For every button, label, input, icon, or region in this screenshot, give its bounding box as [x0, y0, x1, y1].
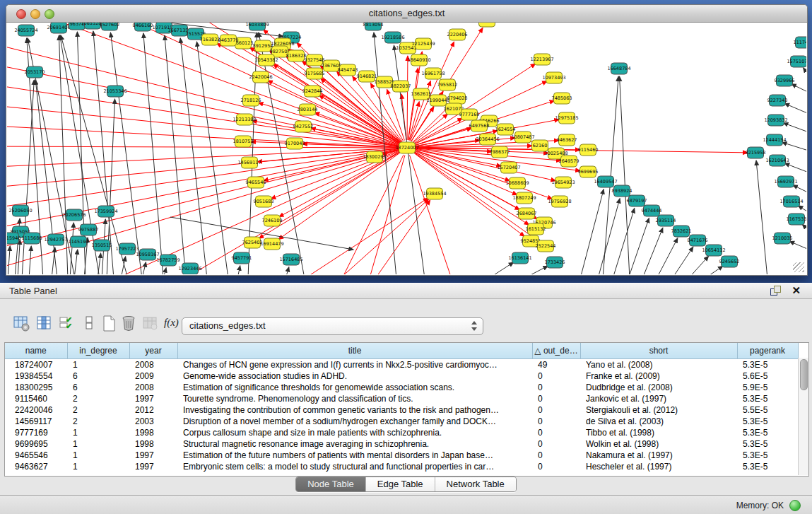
column-header-in_degree[interactable]: in_degree	[67, 343, 129, 359]
graph-node[interactable]: 12213383	[233, 114, 256, 125]
graph-node[interactable]: 9242844	[302, 86, 323, 97]
graph-node[interactable]: 1167533	[787, 214, 806, 225]
graph-node[interactable]: 9465546	[246, 177, 266, 188]
graph-node[interactable]: 1669450	[477, 23, 498, 27]
column-header-pagerank[interactable]: pagerank	[737, 343, 798, 359]
graph-node[interactable]: 1527602	[100, 23, 120, 30]
graph-node[interactable]: 7485063	[552, 93, 572, 104]
graph-node[interactable]: 16033809	[245, 23, 269, 30]
cell-title[interactable]: Embryonic stem cells: a model to study s…	[177, 461, 532, 472]
graph-node[interactable]: 10654112	[702, 245, 725, 256]
cell-pagerank[interactable]: 5.3E-5	[737, 450, 798, 461]
cell-pagerank[interactable]: 5.6E-5	[737, 370, 798, 382]
graph-node[interactable]: 1810753	[233, 136, 254, 147]
show-columns-icon[interactable]	[35, 314, 54, 334]
graph-node[interactable]: 9474444	[642, 205, 662, 216]
graph-node[interactable]: 9051683	[254, 196, 274, 207]
cell-short[interactable]: Dudbridge et al. (2008)	[580, 382, 737, 393]
cell-title[interactable]: Structural magnetic resonance image aver…	[177, 438, 532, 450]
graph-node[interactable]: 16136141	[508, 252, 531, 264]
cell-pagerank[interactable]: 5.3E-5	[737, 359, 798, 371]
cell-short[interactable]: Tibbo et al. (1998)	[580, 427, 737, 438]
graph-node[interactable]: 9457791	[232, 252, 252, 264]
table-cells-icon[interactable]	[81, 314, 99, 334]
window-titlebar[interactable]: citations_edges.txt	[6, 5, 807, 23]
cell-out_de[interactable]: 0	[532, 404, 580, 416]
table-mode-icon[interactable]	[13, 314, 31, 334]
network-selector[interactable]: citations_edges.txt	[182, 317, 483, 335]
graph-node[interactable]: 20206576	[62, 209, 86, 221]
graph-node[interactable]: 10543382	[254, 54, 278, 66]
table-row[interactable]: 969969511998Structural magnetic resonanc…	[5, 438, 798, 450]
graph-node[interactable]: 6879197	[627, 195, 647, 206]
graph-node[interactable]: 8186328	[286, 50, 307, 62]
graph-node[interactable]: 7246109	[262, 215, 283, 226]
graph-node[interactable]: 10973493	[542, 72, 565, 83]
cell-short[interactable]: Yano et al. (2008)	[580, 359, 737, 371]
cell-title[interactable]: Disruption of a novel member of a sodium…	[177, 416, 532, 427]
graph-node[interactable]: 7986372	[490, 146, 510, 158]
graph-node[interactable]: 18300295	[363, 151, 386, 163]
graph-node[interactable]: 24055724	[14, 25, 37, 36]
graph-node[interactable]: 2718126	[241, 95, 261, 106]
cell-title[interactable]: Estimation of significance thresholds fo…	[177, 382, 532, 393]
cell-name[interactable]: 18724007	[5, 359, 67, 371]
graph-node[interactable]: 12923446	[178, 263, 201, 274]
graph-node[interactable]: 9699695	[578, 166, 599, 177]
cell-short[interactable]: de Silva et al. (2003)	[580, 416, 737, 427]
graph-node[interactable]: 12213967	[530, 54, 553, 65]
column-header-short[interactable]: short	[580, 343, 737, 359]
cell-name[interactable]: 22420046	[5, 404, 67, 416]
cell-short[interactable]: Hescheler et al. (1997)	[580, 461, 737, 472]
row-select-icon[interactable]: ✔✔	[58, 314, 76, 334]
cell-in_degree[interactable]: 2	[67, 393, 129, 404]
cell-pagerank[interactable]: 5.3E-5	[737, 461, 798, 472]
graph-node[interactable]: 20364456	[476, 134, 499, 145]
cell-name[interactable]: 9699695	[5, 438, 67, 450]
cell-name[interactable]: 9465546	[5, 450, 67, 461]
cell-short[interactable]: Jankovic et al. (1997)	[580, 393, 737, 404]
graph-node[interactable]: 19218586	[381, 32, 404, 43]
tab-node-table[interactable]: Node Table	[296, 477, 365, 491]
graph-node[interactable]: 7832621	[671, 226, 692, 237]
graph-node[interactable]: 2935114	[656, 215, 676, 226]
cell-out_de[interactable]: 0	[532, 438, 580, 450]
cell-out_de[interactable]: 0	[532, 427, 580, 438]
cell-in_degree[interactable]: 1	[67, 461, 129, 472]
graph-node[interactable]: 1624554	[495, 124, 516, 135]
graph-node[interactable]: 8466160	[133, 23, 153, 31]
cell-in_degree[interactable]: 6	[67, 382, 129, 393]
graph-node[interactable]: 2803144	[298, 104, 318, 115]
graph-node[interactable]: 16961758	[421, 68, 445, 79]
graph-node[interactable]: 2649579	[559, 156, 579, 167]
cell-out_de[interactable]: 49	[532, 359, 580, 371]
graph-node[interactable]: 16409547	[594, 176, 617, 187]
cell-name[interactable]: 9777169	[5, 427, 67, 438]
graph-node[interactable]: 19756928	[548, 196, 571, 207]
cell-out_de[interactable]: 0	[532, 370, 580, 382]
graph-node[interactable]: 15692971	[774, 176, 797, 187]
cell-in_degree[interactable]: 2	[67, 404, 129, 416]
cell-title[interactable]: Changes of HCN gene expression and I(f) …	[177, 359, 532, 371]
scrollbar-thumb[interactable]	[800, 359, 808, 390]
table-row[interactable]: 1830029562008Estimation of significance …	[5, 382, 798, 393]
cell-year[interactable]: 1997	[129, 450, 177, 461]
graph-node[interactable]: 15751074	[787, 56, 806, 67]
node-table[interactable]: namein_degreeyeartitle△ out_de…shortpage…	[5, 343, 799, 472]
network-graph[interactable]: 2405572420691406296371910653287152760284…	[7, 23, 806, 274]
cell-name[interactable]: 9115460	[5, 393, 67, 404]
table-scrollbar[interactable]	[798, 358, 808, 475]
column-header-name[interactable]: name	[5, 343, 67, 359]
column-header-out_de[interactable]: △ out_de…	[532, 343, 580, 359]
cell-year[interactable]: 2008	[129, 382, 177, 393]
cell-pagerank[interactable]: 5.9E-5	[737, 382, 798, 393]
graph-node[interactable]: 10688609	[505, 177, 529, 189]
cell-title[interactable]: Genome-wide association studies in ADHD.	[177, 370, 532, 382]
graph-node[interactable]: 6497568	[469, 120, 490, 132]
table-row[interactable]: 2242004622012Investigating the contribut…	[5, 404, 798, 416]
cell-in_degree[interactable]: 2	[67, 416, 129, 427]
cell-out_de[interactable]: 0	[532, 393, 580, 404]
delete-column-icon[interactable]	[120, 314, 139, 334]
graph-node[interactable]: 2220406	[447, 29, 468, 40]
graph-node[interactable]: 9245652	[719, 256, 740, 267]
